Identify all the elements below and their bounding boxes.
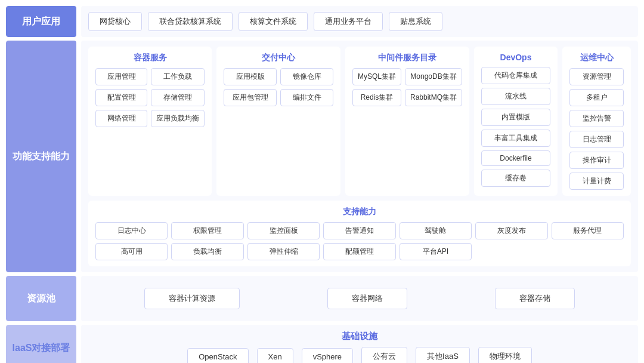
resource-tag: 容器计算资源 xyxy=(144,288,240,309)
support-tag: 平台API xyxy=(400,243,472,260)
user-apps-list: 网贷核心联合贷款核算系统核算文件系统通用业务平台贴息系统 xyxy=(88,12,631,31)
support-tag: 负载均衡 xyxy=(171,243,243,260)
container-title: 容器服务 xyxy=(95,53,205,63)
support-tag: 告警通知 xyxy=(323,222,395,239)
devops-tag: 代码仓库集成 xyxy=(481,67,550,84)
user-app-tag: 网贷核心 xyxy=(88,12,142,31)
middleware-tag: Redis集群 xyxy=(352,89,401,106)
middleware-grid: MySQL集群MongoDB集群Redis集群RabbitMQ集群 xyxy=(352,68,462,106)
iaas-row: IaaS对接部署 基础设施 OpenStackXenvSphere公有云其他Ia… xyxy=(6,325,638,363)
devops-tag: 流水线 xyxy=(481,88,550,105)
middleware-section: 中间件服务目录 MySQL集群MongoDB集群Redis集群RabbitMQ集… xyxy=(345,47,469,196)
resource-list: 容器计算资源容器网络容器存储 xyxy=(88,282,631,315)
resource-pool-label: 资源池 xyxy=(6,276,76,321)
iaas-infra-title: 基础设施 xyxy=(342,331,377,342)
func-support-content: 容器服务 应用管理工作负载配置管理存储管理网络管理应用负载均衡 交付中心 应用模… xyxy=(81,41,638,272)
container-tag: 应用负载均衡 xyxy=(151,110,205,127)
architecture-diagram: 用户应用 网贷核心联合贷款核算系统核算文件系统通用业务平台贴息系统 功能支持能力… xyxy=(0,0,644,363)
middleware-tag: RabbitMQ集群 xyxy=(405,89,462,106)
devops-tag: 丰富工具集成 xyxy=(481,130,550,147)
delivery-tag: 镜像仓库 xyxy=(280,68,333,85)
delivery-tag: 应用模版 xyxy=(224,68,277,85)
devops-grid: 代码仓库集成流水线内置模版丰富工具集成Dockerfile缓存卷 xyxy=(481,67,550,187)
container-tag: 工作负载 xyxy=(151,68,205,85)
func-support-label: 功能支持能力 xyxy=(6,41,76,272)
ops-tag: 计量计费 xyxy=(569,173,624,190)
resource-pool-content: 容器计算资源容器网络容器存储 xyxy=(81,276,638,321)
user-apps-label: 用户应用 xyxy=(6,6,76,37)
user-apps-row: 用户应用 网贷核心联合贷款核算系统核算文件系统通用业务平台贴息系统 xyxy=(6,6,638,37)
iaas-tag: 公有云 xyxy=(361,347,407,363)
support-grid: 日志中心权限管理监控面板告警通知驾驶舱灰度发布服务代理高可用负载均衡弹性伸缩配额… xyxy=(95,222,624,260)
middleware-tag: MongoDB集群 xyxy=(405,68,462,85)
user-app-tag: 核算文件系统 xyxy=(239,12,308,31)
container-section: 容器服务 应用管理工作负载配置管理存储管理网络管理应用负载均衡 xyxy=(88,47,212,196)
support-tag: 灰度发布 xyxy=(475,222,547,239)
ops-title: 运维中心 xyxy=(569,53,624,63)
iaas-inner: 基础设施 OpenStackXenvSphere公有云其他IaaS物理环境 xyxy=(88,331,631,363)
iaas-tag: 其他IaaS xyxy=(416,347,470,363)
func-top-sections: 容器服务 应用管理工作负载配置管理存储管理网络管理应用负载均衡 交付中心 应用模… xyxy=(88,47,631,196)
devops-tag: 内置模版 xyxy=(481,109,550,126)
delivery-tag: 编排文件 xyxy=(280,89,333,106)
support-tag: 配额管理 xyxy=(323,243,395,260)
devops-tag: Dockerfile xyxy=(481,150,550,166)
delivery-tag: 应用包管理 xyxy=(224,89,277,106)
delivery-section: 交付中心 应用模版镜像仓库应用包管理编排文件 xyxy=(216,47,340,196)
delivery-title: 交付中心 xyxy=(224,53,333,63)
container-tag: 存储管理 xyxy=(151,89,205,106)
iaas-tag: Xen xyxy=(257,348,293,364)
user-app-tag: 贴息系统 xyxy=(389,12,442,31)
ops-tag: 多租户 xyxy=(569,89,624,106)
resource-tag: 容器网络 xyxy=(327,288,407,309)
support-section: 支持能力 日志中心权限管理监控面板告警通知驾驶舱灰度发布服务代理高可用负载均衡弹… xyxy=(88,201,631,266)
iaas-tag: OpenStack xyxy=(187,348,248,364)
ops-tag: 日志管理 xyxy=(569,131,624,148)
support-tag: 驾驶舱 xyxy=(400,222,472,239)
support-tag: 日志中心 xyxy=(95,222,168,239)
ops-tag: 监控告警 xyxy=(569,110,624,127)
resource-tag: 容器存储 xyxy=(495,288,575,309)
iaas-tag: 物理环境 xyxy=(478,347,532,363)
support-tag: 监控面板 xyxy=(247,222,320,239)
user-apps-content: 网贷核心联合贷款核算系统核算文件系统通用业务平台贴息系统 xyxy=(81,6,638,37)
ops-section: 运维中心 资源管理多租户监控告警日志管理操作审计计量计费 xyxy=(562,47,631,196)
iaas-tags-list: OpenStackXenvSphere公有云其他IaaS物理环境 xyxy=(187,347,532,363)
container-tag: 网络管理 xyxy=(95,110,147,127)
support-tag: 服务代理 xyxy=(552,222,624,239)
container-grid: 应用管理工作负载配置管理存储管理网络管理应用负载均衡 xyxy=(95,68,205,127)
iaas-label: IaaS对接部署 xyxy=(6,325,76,363)
devops-tag: 缓存卷 xyxy=(481,170,550,187)
user-app-tag: 联合贷款核算系统 xyxy=(148,12,233,31)
middleware-title: 中间件服务目录 xyxy=(352,53,462,63)
iaas-content: 基础设施 OpenStackXenvSphere公有云其他IaaS物理环境 xyxy=(81,325,638,363)
support-tag: 弹性伸缩 xyxy=(247,243,320,260)
middleware-tag: MySQL集群 xyxy=(352,68,401,85)
devops-section: DevOps 代码仓库集成流水线内置模版丰富工具集成Dockerfile缓存卷 xyxy=(474,47,558,196)
delivery-grid: 应用模版镜像仓库应用包管理编排文件 xyxy=(224,68,333,106)
func-inner: 容器服务 应用管理工作负载配置管理存储管理网络管理应用负载均衡 交付中心 应用模… xyxy=(88,47,631,266)
devops-title: DevOps xyxy=(481,53,550,62)
support-title: 支持能力 xyxy=(95,207,624,217)
container-tag: 应用管理 xyxy=(95,68,147,85)
support-tag: 高可用 xyxy=(95,243,168,260)
container-tag: 配置管理 xyxy=(95,89,147,106)
ops-grid: 资源管理多租户监控告警日志管理操作审计计量计费 xyxy=(569,68,624,190)
func-support-row: 功能支持能力 容器服务 应用管理工作负载配置管理存储管理网络管理应用负载均衡 交… xyxy=(6,41,638,272)
iaas-tag: vSphere xyxy=(302,348,353,364)
resource-pool-row: 资源池 容器计算资源容器网络容器存储 xyxy=(6,276,638,321)
user-app-tag: 通用业务平台 xyxy=(314,12,383,31)
ops-tag: 操作审计 xyxy=(569,152,624,169)
support-tag: 权限管理 xyxy=(171,222,243,239)
ops-tag: 资源管理 xyxy=(569,68,624,85)
